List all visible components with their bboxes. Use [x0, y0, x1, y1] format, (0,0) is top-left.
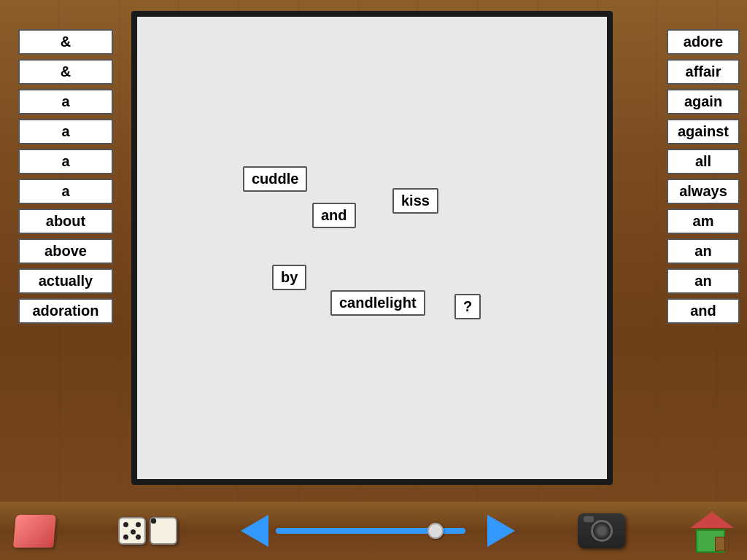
- board-word-tile[interactable]: cuddle: [243, 166, 307, 192]
- right-word-tile[interactable]: an: [667, 238, 740, 264]
- main-board: cuddleandkissbycandlelight?: [131, 11, 613, 485]
- left-word-tile[interactable]: a: [18, 149, 113, 174]
- left-word-tile[interactable]: &: [18, 59, 113, 85]
- right-word-tile[interactable]: affair: [667, 59, 740, 85]
- left-word-tile[interactable]: adoration: [18, 298, 113, 324]
- home-button[interactable]: [689, 509, 732, 553]
- left-word-tile[interactable]: a: [18, 119, 113, 144]
- camera-button[interactable]: [578, 513, 625, 548]
- right-word-tile[interactable]: always: [667, 179, 740, 204]
- die-2: [150, 517, 177, 545]
- left-word-column: &&aaaaaboutaboveactuallyadoration: [7, 29, 124, 324]
- board-word-tile[interactable]: ?: [454, 294, 481, 319]
- right-word-tile[interactable]: adore: [667, 29, 740, 55]
- right-word-tile[interactable]: all: [667, 149, 740, 174]
- board-word-tile[interactable]: kiss: [392, 188, 438, 214]
- home-roof: [690, 512, 734, 528]
- speed-slider[interactable]: [276, 528, 480, 534]
- left-word-tile[interactable]: above: [18, 238, 113, 264]
- camera-flash: [584, 516, 594, 522]
- board-word-tile[interactable]: and: [312, 203, 356, 228]
- right-word-tile[interactable]: again: [667, 89, 740, 114]
- right-word-tile[interactable]: and: [667, 298, 740, 324]
- left-word-tile[interactable]: about: [18, 209, 113, 234]
- toolbar: [0, 502, 747, 560]
- right-word-column: adoreaffairagainagainstallalwaysamananan…: [663, 29, 743, 324]
- right-word-tile[interactable]: am: [667, 209, 740, 234]
- left-word-tile[interactable]: actually: [18, 268, 113, 294]
- right-word-tile[interactable]: an: [667, 268, 740, 294]
- home-door: [715, 537, 725, 551]
- die-1: [118, 517, 146, 545]
- dice-button[interactable]: [118, 517, 177, 545]
- arrow-right-button[interactable]: [487, 515, 515, 547]
- right-word-tile[interactable]: against: [667, 119, 740, 144]
- camera-lens: [591, 520, 613, 542]
- left-word-tile[interactable]: a: [18, 89, 113, 114]
- board-word-tile[interactable]: by: [272, 265, 306, 290]
- left-word-tile[interactable]: &: [18, 29, 113, 55]
- home-body: [696, 529, 725, 553]
- board-word-tile[interactable]: candlelight: [330, 290, 425, 316]
- arrow-left-button[interactable]: [241, 515, 268, 547]
- eraser-button[interactable]: [13, 515, 56, 548]
- left-word-tile[interactable]: a: [18, 179, 113, 204]
